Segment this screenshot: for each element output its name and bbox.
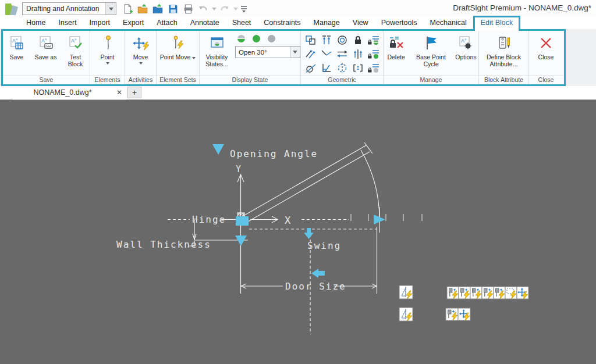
chevron-down-icon[interactable]: [290, 47, 300, 58]
visibility-states-button[interactable]: Visibility States...: [203, 34, 230, 68]
constraint-vertical-icon[interactable]: [318, 33, 334, 47]
new-file-icon: [122, 3, 133, 15]
base-point-marker-dot: [238, 213, 240, 215]
print-button[interactable]: [180, 2, 196, 15]
flip-activity-icon[interactable]: [399, 308, 413, 321]
group-label-elements: Elements: [90, 75, 125, 84]
constraint-fix-icon[interactable]: [350, 33, 366, 47]
move-activity-canvas-icon[interactable]: [517, 287, 528, 299]
tab-view[interactable]: View: [346, 17, 375, 29]
tab-powertools[interactable]: Powertools: [375, 17, 424, 29]
new-file-button[interactable]: [120, 2, 135, 15]
ribbon-group-elements: Point Elements: [90, 31, 125, 84]
display-state-select[interactable]: Open 30°: [235, 46, 300, 58]
tab-constraints[interactable]: Constraints: [257, 17, 307, 29]
ribbon-tab-bar: Home Insert Import Export Attach Annotat…: [0, 17, 596, 29]
point-activity-icon[interactable]: [482, 287, 494, 299]
point-activity-icon[interactable]: [447, 287, 459, 299]
toggle-reference-constraints-icon[interactable]: [366, 61, 381, 75]
save-floppy-icon: [168, 3, 179, 15]
opening-angle-grip[interactable]: [212, 144, 224, 155]
customize-toolbar-button[interactable]: [239, 2, 249, 15]
constraint-parallel-icon[interactable]: [303, 47, 318, 61]
swing-grip[interactable]: [304, 228, 314, 239]
point-move-dropdown[interactable]: [192, 57, 196, 59]
constraint-perpendicular-icon[interactable]: [318, 61, 334, 75]
wall-thickness-grip[interactable]: [235, 235, 247, 246]
document-tab[interactable]: NONAME_0.dwg* ✕: [13, 85, 126, 99]
constraint-coincident-icon[interactable]: [303, 33, 318, 47]
customize-toolbar-icon: [240, 5, 247, 13]
tab-edit-block[interactable]: Edit Block: [473, 16, 521, 31]
svg-text:A°: A°: [71, 38, 77, 44]
door-swing-arc: [361, 150, 379, 220]
visibility-states-icon: [210, 34, 225, 52]
constraint-tangent-icon[interactable]: [318, 47, 334, 61]
workspace-selector[interactable]: Drafting and Annotation: [22, 2, 116, 15]
block-editor-canvas[interactable]: Opening Angle Y X Hinge Wall Thickness S…: [0, 100, 596, 364]
constraint-concentric-alt-icon[interactable]: [334, 61, 350, 75]
door-size-label: Door Size: [285, 281, 346, 292]
tab-annotate[interactable]: Annotate: [184, 17, 226, 29]
constraint-symmetric-icon[interactable]: [350, 47, 366, 61]
undo-button[interactable]: [196, 2, 211, 15]
test-block-button[interactable]: A° Test Block: [63, 34, 88, 68]
ribbon-group-close: Close Close: [529, 31, 563, 84]
redo-dropdown[interactable]: [232, 8, 239, 10]
state-hidden-toggle[interactable]: [268, 35, 275, 42]
axis-x-label: X: [285, 215, 291, 226]
axis-y-label: Y: [236, 164, 241, 174]
point-move-icon: [170, 34, 186, 52]
stretch-activity-icon[interactable]: [505, 287, 517, 299]
move-activity-canvas-icon[interactable]: [458, 308, 470, 321]
tab-manage[interactable]: Manage: [307, 17, 346, 29]
point-move-button[interactable]: Point Move: [158, 34, 198, 60]
base-point-cycle-button[interactable]: Base Point Cycle: [413, 34, 449, 68]
point-activity-icon[interactable]: [459, 287, 470, 299]
tab-export[interactable]: Export: [116, 17, 150, 29]
group-label-block-attribute: Block Attribute: [479, 75, 528, 84]
save-file-button[interactable]: [165, 2, 180, 15]
point-activity-icon[interactable]: [494, 287, 505, 299]
toggle-coincident-constraints-icon[interactable]: [366, 33, 381, 47]
chevron-down-icon[interactable]: [105, 3, 116, 15]
import-file-button[interactable]: [150, 2, 165, 15]
open-file-button[interactable]: [135, 2, 150, 15]
tab-mechanical[interactable]: Mechanical: [423, 17, 473, 29]
constraint-tangent-alt-icon[interactable]: [303, 61, 318, 75]
tab-insert[interactable]: Insert: [52, 17, 83, 29]
point-activity-icon[interactable]: [470, 287, 482, 299]
redo-button[interactable]: [217, 2, 232, 15]
save-block-button[interactable]: A° Save: [5, 34, 29, 60]
document-tab-close-icon[interactable]: ✕: [112, 88, 126, 97]
undo-dropdown[interactable]: [211, 8, 217, 10]
test-block-icon: A°: [68, 34, 83, 52]
tab-attach[interactable]: Attach: [150, 17, 183, 29]
state-visible-toggle[interactable]: [253, 35, 260, 42]
constraint-concentric-icon[interactable]: [334, 33, 350, 47]
hinge-grip[interactable]: [236, 216, 249, 226]
door-size-grip[interactable]: [311, 269, 325, 278]
tab-sheet[interactable]: Sheet: [226, 17, 258, 29]
open-folder-icon: [137, 3, 148, 15]
save-block-as-button[interactable]: A° Save as: [33, 34, 59, 60]
new-document-tab-button[interactable]: +: [127, 87, 141, 98]
close-block-editor-button[interactable]: Close: [531, 34, 560, 60]
tab-import[interactable]: Import: [83, 17, 116, 29]
move-activity-dropdown[interactable]: [139, 62, 143, 65]
ribbon-group-display-state: Visibility States... Open 30° Display St…: [200, 31, 301, 84]
flip-activity-icon[interactable]: [399, 286, 413, 299]
toggle-dimensional-constraints-icon[interactable]: [366, 47, 381, 61]
tab-home[interactable]: Home: [20, 17, 52, 29]
constraint-equal-icon[interactable]: [350, 61, 366, 75]
define-block-attribute-button[interactable]: Define Block Attribute...: [480, 34, 528, 68]
move-activity-button[interactable]: Move: [127, 34, 155, 65]
point-element-button[interactable]: Point: [93, 34, 123, 65]
point-activity-icon[interactable]: [446, 308, 458, 320]
state-half-visible-toggle[interactable]: [237, 35, 245, 42]
delete-constraints-button[interactable]: Delete: [384, 34, 409, 60]
constraint-smooth-icon[interactable]: [334, 47, 350, 61]
ribbon-group-activities: Move Activities: [125, 31, 157, 84]
point-element-dropdown[interactable]: [106, 62, 109, 65]
options-button[interactable]: A° Options: [453, 34, 478, 60]
